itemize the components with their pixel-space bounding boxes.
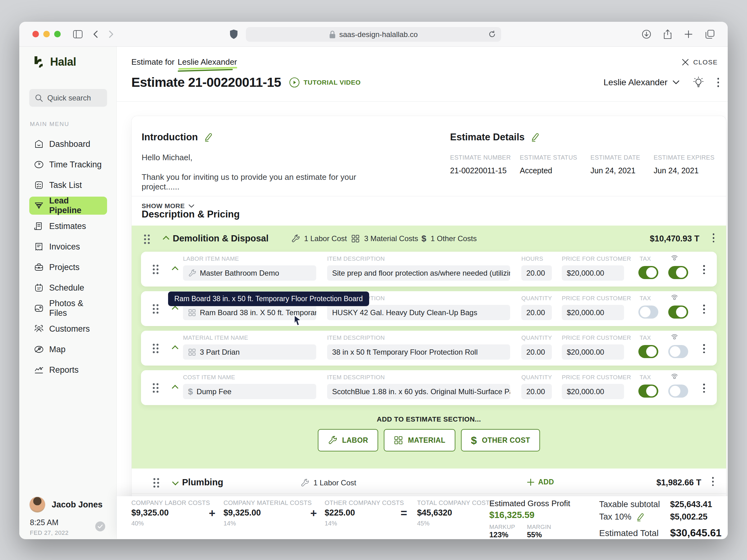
item-desc-input[interactable]: ScotchBlue 1.88 in. x 60 yds. Original M… xyxy=(327,384,510,399)
tax-toggle[interactable] xyxy=(638,345,658,358)
close-button[interactable]: CLOSE xyxy=(682,58,719,66)
add-item-button[interactable]: ADD xyxy=(527,478,554,486)
collapse-item-icon[interactable] xyxy=(172,385,178,391)
breadcrumb: Estimate forLeslie Alexander xyxy=(131,57,237,67)
new-tab-icon[interactable] xyxy=(684,30,693,38)
visibility-toggle[interactable] xyxy=(668,384,688,398)
app-logo-text: Halal xyxy=(50,55,76,69)
assignee-dropdown[interactable]: Leslie Alexander xyxy=(603,77,679,87)
sidebar-item-task-list[interactable]: Task List xyxy=(29,176,107,194)
header-kebab-menu[interactable] xyxy=(717,77,719,88)
tax-toggle[interactable] xyxy=(638,384,658,398)
search-icon xyxy=(35,94,43,102)
visibility-toggle[interactable] xyxy=(668,345,688,358)
collapse-item-icon[interactable] xyxy=(172,306,178,312)
hours-input[interactable]: 20.00 xyxy=(521,265,552,281)
collapse-item-icon[interactable] xyxy=(172,266,178,273)
price-input[interactable]: $20,000.00 xyxy=(562,384,624,399)
user-profile[interactable]: Jacob Jones xyxy=(29,497,103,513)
detail-value: Jun 24, 2021 xyxy=(654,166,717,175)
collapse-item-icon[interactable] xyxy=(172,345,178,352)
item-name-input[interactable]: Master Bathroom Demo xyxy=(183,265,316,281)
item-name-input[interactable]: $ Dump Fee xyxy=(183,384,316,399)
tax-toggle[interactable] xyxy=(638,305,658,319)
drag-handle-icon[interactable] xyxy=(143,234,151,245)
add-other-cost-button[interactable]: $ OTHER COST xyxy=(461,429,540,451)
section-kebab-menu[interactable] xyxy=(713,232,715,244)
summary-percent: 14% xyxy=(325,520,337,527)
sidebar-item-dashboard[interactable]: Dashboard xyxy=(29,135,107,153)
tutorial-video-button[interactable]: TUTORIAL VIDEO xyxy=(289,77,361,88)
introduction-body: Thank you for inviting us to provide you… xyxy=(141,172,378,192)
item-desc-input[interactable]: 38 in x 50 ft Temporary Floor Protection… xyxy=(327,344,510,359)
tab-overview-icon[interactable] xyxy=(705,30,715,39)
material-item-row: MATERIAL ITEM NAME 3 Part Drian ITEM DES… xyxy=(141,331,717,366)
price-input[interactable]: $20,000.00 xyxy=(562,305,624,320)
taxable-subtotal-value: $25,643.41 xyxy=(670,500,712,509)
price-input[interactable]: $20,000.00 xyxy=(562,265,624,281)
window-close-button[interactable] xyxy=(32,31,39,37)
edit-introduction-icon[interactable] xyxy=(204,133,212,142)
sidebar-item-time-tracking[interactable]: Time Tracking xyxy=(29,156,107,174)
add-material-button[interactable]: MATERIAL xyxy=(384,429,455,451)
item-desc-input[interactable]: Site prep and floor protection as/where … xyxy=(327,265,510,281)
gross-profit-label: Estimated Gross Profit xyxy=(489,499,570,508)
grid-icon xyxy=(188,309,196,317)
lightbulb-icon[interactable] xyxy=(693,77,704,88)
expand-section-icon[interactable] xyxy=(172,479,179,485)
window-zoom-button[interactable] xyxy=(54,31,61,37)
sidebar-item-schedule[interactable]: 17 Schedule xyxy=(29,279,107,297)
breadcrumb-customer-link[interactable]: Leslie Alexander xyxy=(178,57,237,66)
visibility-toggle[interactable] xyxy=(668,266,688,279)
item-name-input[interactable]: 3 Part Drian xyxy=(183,344,316,359)
item-desc-label: ITEM DESCRIPTION xyxy=(327,335,385,341)
item-kebab-menu[interactable] xyxy=(703,304,705,315)
forward-icon[interactable] xyxy=(109,30,113,38)
item-kebab-menu[interactable] xyxy=(703,343,705,354)
app-logo[interactable]: Halal xyxy=(33,55,76,69)
quantity-input[interactable]: 20.00 xyxy=(521,305,552,320)
share-icon[interactable] xyxy=(664,29,672,39)
introduction-section: Introduction Hello Michael, Thank you fo… xyxy=(141,132,378,210)
sidebar-toggle-icon[interactable] xyxy=(73,30,82,38)
item-kebab-menu[interactable] xyxy=(703,383,705,394)
sidebar-item-invoices[interactable]: Invoices xyxy=(29,238,107,256)
edit-tax-icon[interactable] xyxy=(636,513,644,522)
collapse-section-icon[interactable] xyxy=(163,236,169,242)
section-name: Demolition & Disposal xyxy=(173,233,268,244)
address-bar[interactable]: saas-design-halallab.co xyxy=(246,27,501,42)
sidebar-item-map[interactable]: Map xyxy=(29,340,107,358)
visibility-toggle[interactable] xyxy=(668,305,688,319)
quick-search[interactable] xyxy=(29,89,107,107)
drag-handle-icon[interactable] xyxy=(152,303,159,315)
reload-icon[interactable] xyxy=(488,30,496,38)
back-icon[interactable] xyxy=(93,30,98,38)
tax-toggle[interactable] xyxy=(638,266,658,279)
quantity-label: QUANTITY xyxy=(521,295,552,302)
sidebar-item-reports[interactable]: Reports xyxy=(29,361,107,379)
privacy-shield-icon[interactable] xyxy=(230,29,238,39)
quantity-input[interactable]: 20.00 xyxy=(521,384,552,399)
url-text: saas-design-halallab.co xyxy=(339,30,418,39)
drag-handle-icon[interactable] xyxy=(153,477,160,488)
drag-handle-icon[interactable] xyxy=(152,382,159,394)
window-minimize-button[interactable] xyxy=(43,31,50,37)
search-input[interactable] xyxy=(47,94,100,102)
sidebar-item-estimates[interactable]: Estimates xyxy=(29,217,107,235)
item-desc-input[interactable]: HUSKY 42 Gal. Heavy Duty Clean-Up Bags xyxy=(327,305,510,320)
add-labor-button[interactable]: LABOR xyxy=(318,429,378,451)
downloads-icon[interactable] xyxy=(642,30,651,39)
edit-details-icon[interactable] xyxy=(531,133,539,142)
wrench-icon xyxy=(188,269,196,277)
drag-handle-icon[interactable] xyxy=(152,264,159,275)
drag-handle-icon[interactable] xyxy=(152,343,159,354)
section-kebab-menu[interactable] xyxy=(712,476,714,487)
sidebar-item-customers[interactable]: Customers xyxy=(29,320,107,338)
sidebar-item-projects[interactable]: Projects xyxy=(29,258,107,276)
sidebar-item-photos-files[interactable]: Photos & Files xyxy=(29,299,107,317)
plus-icon xyxy=(527,479,535,486)
quantity-input[interactable]: 20.00 xyxy=(521,344,552,359)
sidebar-item-lead-pipeline[interactable]: Lead Pipeline xyxy=(29,196,107,215)
price-input[interactable]: $20,000.00 xyxy=(562,344,624,359)
item-kebab-menu[interactable] xyxy=(703,264,705,275)
